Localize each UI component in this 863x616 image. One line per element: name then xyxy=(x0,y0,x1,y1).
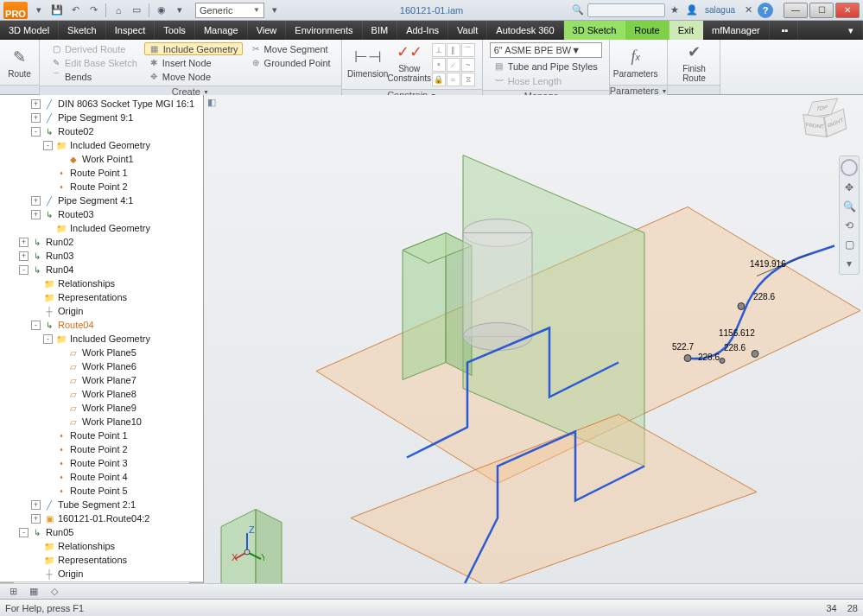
bends-button[interactable]: ⌒Bends xyxy=(47,70,141,83)
minimize-button[interactable]: — xyxy=(784,3,808,18)
parameters-button[interactable]: fx Parameters xyxy=(615,41,657,83)
ortho-icon[interactable]: ◇ xyxy=(48,586,60,598)
grid-icon[interactable]: ▦ xyxy=(28,586,40,598)
zoom-icon[interactable]: 🔍 xyxy=(841,199,857,214)
tree-node[interactable]: +╱Tube Segment 2:1 xyxy=(0,498,203,511)
expand-icon[interactable]: + xyxy=(31,196,41,206)
tree-node[interactable]: 📁Relationships xyxy=(0,539,203,553)
collapse-icon[interactable]: - xyxy=(19,265,29,275)
tab-a360[interactable]: Autodesk 360 xyxy=(487,21,563,40)
constraint-parallel-icon[interactable]: ∥ xyxy=(447,43,460,57)
redo-icon[interactable]: ↷ xyxy=(86,3,101,18)
tab-inspect[interactable]: Inspect xyxy=(106,21,155,40)
derived-route-button[interactable]: ▢Derived Route xyxy=(47,42,141,55)
tree-node[interactable]: -↳Run04 xyxy=(0,263,203,276)
app-icon[interactable]: PRO xyxy=(3,2,28,19)
tree-node[interactable]: -↳Run05 xyxy=(0,525,203,539)
qat-dropdown-icon[interactable]: ▾ xyxy=(267,3,282,18)
tab-3dmodel[interactable]: 3D Model xyxy=(0,21,59,40)
tab-route[interactable]: Route xyxy=(625,21,669,40)
user-icon[interactable]: 👤 xyxy=(684,3,700,18)
tab-sketch[interactable]: Sketch xyxy=(59,21,106,40)
tree-node[interactable]: 📁Included Geometry xyxy=(0,221,203,235)
nav-dropdown-icon[interactable]: ▾ xyxy=(841,256,857,271)
pan-icon[interactable]: ✥ xyxy=(841,180,857,195)
panel-dropdown-icon[interactable]: ▼ xyxy=(662,88,668,94)
style-combo[interactable]: Generic ▼ xyxy=(195,3,264,18)
expand-icon[interactable]: + xyxy=(19,238,29,247)
finish-route-button[interactable]: ✔ Finish Route xyxy=(673,41,714,83)
dimension-button[interactable]: ⊢⊣ Dimension xyxy=(347,41,389,83)
exchange-icon[interactable]: ✕ xyxy=(740,3,756,18)
tab-3dsketch[interactable]: 3D Sketch xyxy=(564,21,626,40)
panel-dropdown-icon[interactable]: ▼ xyxy=(203,89,209,95)
insert-node-button[interactable]: ✱Insert Node xyxy=(144,56,243,69)
select-icon[interactable]: ▭ xyxy=(129,3,144,18)
expand-icon[interactable]: + xyxy=(19,251,29,261)
collapse-icon[interactable]: - xyxy=(19,528,29,537)
tree-node[interactable]: ┼Origin xyxy=(0,567,203,581)
expand-icon[interactable]: + xyxy=(31,99,41,109)
search-input[interactable] xyxy=(587,3,665,17)
viewcube-front[interactable]: FRONT xyxy=(803,114,827,137)
edit-base-sketch-button[interactable]: ✎Edit Base Sketch xyxy=(47,56,141,69)
tree-node[interactable]: ▱Work Plane5 xyxy=(0,346,203,359)
tab-tools[interactable]: Tools xyxy=(155,21,195,40)
tab-manage[interactable]: Manage xyxy=(195,21,248,40)
tree-node[interactable]: •Route Point 4 xyxy=(0,470,203,484)
signin-star-icon[interactable]: ★ xyxy=(667,3,682,18)
tree-node[interactable]: +↳Run02 xyxy=(0,235,203,249)
material-icon[interactable]: ◉ xyxy=(154,3,169,18)
tree-node[interactable]: •Route Point 1 xyxy=(0,166,203,180)
tree-node[interactable]: ▱Work Plane7 xyxy=(0,373,203,387)
tree-node[interactable]: +╱DIN 8063 Socket Type MGI 16:1 xyxy=(0,97,203,111)
steering-wheel-icon[interactable] xyxy=(841,159,858,176)
move-segment-button[interactable]: ✂Move Segment xyxy=(246,42,334,55)
home-icon[interactable]: ⌂ xyxy=(111,3,126,18)
tree-node[interactable]: -↳Route02 xyxy=(0,124,203,138)
pipe-style-combo[interactable]: 6" ASME BPE BW ▼ xyxy=(490,42,602,58)
tube-pipe-styles-button[interactable]: ▤Tube and Pipe Styles xyxy=(490,60,602,73)
tree-node[interactable]: +▣160121-01.Route04:2 xyxy=(0,511,203,525)
close-button[interactable]: ✕ xyxy=(835,3,860,18)
tree-node[interactable]: •Route Point 1 xyxy=(0,429,203,442)
constraint-fix-icon[interactable]: 🔒 xyxy=(432,73,446,86)
move-node-button[interactable]: ✥Move Node xyxy=(144,70,243,83)
tree-node[interactable]: ┼Origin xyxy=(0,304,203,318)
tree-node[interactable]: +╱Pipe Segment 9:1 xyxy=(0,111,203,124)
browser-tree[interactable]: +╱DIN 8063 Socket Type MGI 16:1+╱Pipe Se… xyxy=(0,95,203,581)
constraint-smooth-icon[interactable]: ~ xyxy=(461,58,475,72)
include-geometry-button[interactable]: ▦Include Geometry xyxy=(144,42,243,55)
tree-node[interactable]: ▱Work Plane6 xyxy=(0,359,203,373)
tree-node[interactable]: -↳Route04 xyxy=(0,318,203,332)
tree-node[interactable]: +╱Pipe Segment 4:1 xyxy=(0,194,203,207)
tree-node[interactable]: ▱Work Plane8 xyxy=(0,387,203,401)
undo-icon[interactable]: ↶ xyxy=(67,3,83,18)
expand-icon[interactable]: + xyxy=(31,210,41,219)
constraint-coincident-icon[interactable]: ∘ xyxy=(432,58,446,72)
expand-icon[interactable]: + xyxy=(31,500,41,510)
tab-bim[interactable]: BIM xyxy=(363,21,398,40)
tab-exit[interactable]: Exit xyxy=(669,21,703,40)
hose-length-button[interactable]: 〰Hose Length xyxy=(490,74,602,87)
lookat-icon[interactable]: ▢ xyxy=(841,237,857,252)
tree-node[interactable]: -📁Included Geometry xyxy=(0,332,203,346)
appearance-icon[interactable]: ▾ xyxy=(172,3,187,18)
help-icon[interactable]: ? xyxy=(758,3,773,18)
grounded-point-button[interactable]: ⊕Grounded Point xyxy=(246,56,334,69)
tree-node[interactable]: ▱Work Plane9 xyxy=(0,401,203,415)
maximize-button[interactable]: ☐ xyxy=(809,3,834,18)
open-icon[interactable]: ▾ xyxy=(31,3,47,18)
constraint-collinear-icon[interactable]: ⟋ xyxy=(447,58,460,72)
constraint-tangent-icon[interactable]: ⌒ xyxy=(461,43,475,57)
constraint-symmetric-icon[interactable]: ⧖ xyxy=(461,73,475,86)
ribbon-minimize-icon[interactable]: ▾ xyxy=(840,21,863,40)
tree-node[interactable]: •Route Point 2 xyxy=(0,180,203,194)
tree-node[interactable]: ◆Work Point1 xyxy=(0,152,203,166)
tree-node[interactable]: +↳Route03 xyxy=(0,207,203,221)
search-icon[interactable]: 🔍 xyxy=(570,3,586,18)
constraint-perpendicular-icon[interactable]: ⊥ xyxy=(432,43,446,57)
orbit-icon[interactable]: ⟲ xyxy=(841,218,857,233)
collapse-icon[interactable]: - xyxy=(43,141,53,150)
show-constraints-button[interactable]: ✓✓ Show Constraints xyxy=(389,41,430,83)
